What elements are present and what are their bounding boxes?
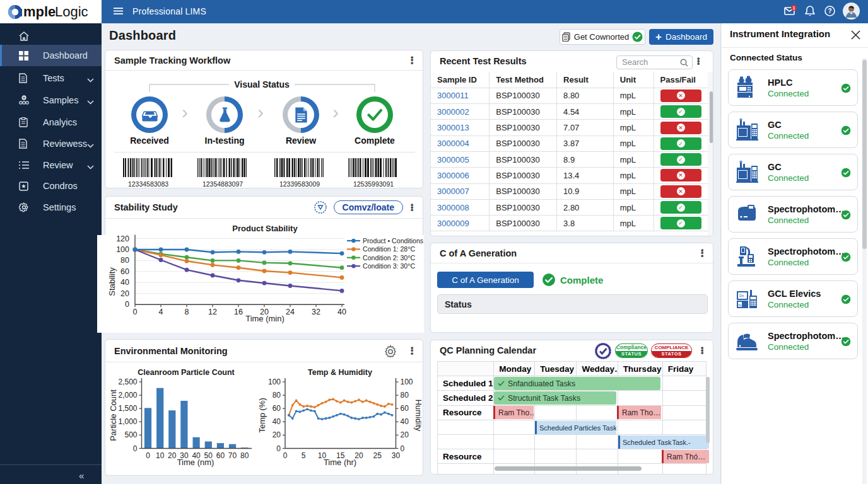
svg-text:0: 0 bbox=[276, 444, 281, 453]
svg-text:?: ? bbox=[828, 8, 831, 14]
svg-text:0: 0 bbox=[146, 451, 150, 460]
svg-text:0: 0 bbox=[401, 444, 405, 453]
svg-text:mple: mple bbox=[23, 4, 56, 20]
svg-text:0: 0 bbox=[283, 451, 288, 460]
svg-text:4: 4 bbox=[159, 308, 163, 316]
svg-text:70: 70 bbox=[228, 451, 237, 460]
svg-text:Stability: Stability bbox=[107, 267, 117, 296]
svg-text:20: 20 bbox=[120, 289, 129, 298]
svg-text:40: 40 bbox=[337, 308, 346, 316]
svg-text:Temp (%): Temp (%) bbox=[257, 398, 267, 433]
svg-text:Product Stability: Product Stability bbox=[232, 224, 298, 233]
svg-text:Condition 1: 28°C: Condition 1: 28°C bbox=[363, 245, 416, 253]
svg-text:Temp & Humidity: Temp & Humidity bbox=[308, 368, 372, 377]
svg-text:60: 60 bbox=[401, 404, 409, 413]
svg-text:Logic: Logic bbox=[55, 4, 88, 20]
svg-text:20: 20 bbox=[401, 430, 409, 439]
svg-text:20: 20 bbox=[273, 430, 281, 439]
svg-text:80: 80 bbox=[120, 256, 129, 265]
svg-text:120: 120 bbox=[116, 234, 129, 243]
svg-text:Condition 3: 30°C: Condition 3: 30°C bbox=[363, 262, 416, 270]
svg-text:Cleanroom Particle Count: Cleanroom Particle Count bbox=[138, 368, 235, 377]
svg-text:80: 80 bbox=[401, 391, 409, 400]
svg-text:Particle Count: Particle Count bbox=[108, 389, 118, 441]
svg-text:2,500: 2,500 bbox=[118, 377, 137, 386]
svg-text:60: 60 bbox=[216, 451, 225, 460]
svg-text:12: 12 bbox=[208, 308, 217, 316]
svg-text:30: 30 bbox=[392, 451, 401, 460]
svg-text:5: 5 bbox=[302, 451, 306, 460]
svg-text:8: 8 bbox=[185, 308, 189, 316]
svg-text:40: 40 bbox=[120, 278, 129, 287]
svg-text:100: 100 bbox=[401, 377, 413, 386]
svg-text:1,500: 1,500 bbox=[118, 404, 137, 413]
svg-text:Visual Status: Visual Status bbox=[234, 79, 290, 89]
svg-text:0: 0 bbox=[133, 444, 138, 453]
svg-text:16: 16 bbox=[234, 308, 243, 316]
svg-text:500: 500 bbox=[124, 430, 137, 439]
svg-text:Dx: Dx bbox=[739, 294, 744, 297]
svg-text:80: 80 bbox=[240, 451, 249, 460]
svg-text:60: 60 bbox=[120, 267, 129, 276]
svg-text:24: 24 bbox=[286, 308, 295, 316]
svg-text:60: 60 bbox=[273, 404, 281, 413]
svg-text:40: 40 bbox=[273, 417, 281, 426]
svg-text:Time (min): Time (min) bbox=[245, 314, 284, 323]
svg-text:1: 1 bbox=[793, 6, 795, 10]
svg-text:Time (nm): Time (nm) bbox=[177, 458, 214, 467]
svg-text:Product • Conditions: Product • Conditions bbox=[363, 237, 423, 245]
svg-text:80: 80 bbox=[273, 391, 281, 400]
svg-text:1,000: 1,000 bbox=[118, 417, 137, 426]
svg-text:0: 0 bbox=[133, 308, 138, 316]
svg-text:32: 32 bbox=[312, 308, 320, 316]
svg-text:100: 100 bbox=[116, 245, 129, 254]
svg-text:40: 40 bbox=[401, 417, 409, 426]
svg-text:Humidity: Humidity bbox=[414, 400, 423, 432]
svg-text:25: 25 bbox=[373, 451, 382, 460]
svg-text:Time (hr): Time (hr) bbox=[324, 458, 356, 467]
svg-text:2,000: 2,000 bbox=[118, 391, 137, 400]
svg-text:0: 0 bbox=[125, 300, 129, 309]
svg-text:Condition 2: 30°C: Condition 2: 30°C bbox=[363, 254, 416, 262]
svg-text:fs: fs bbox=[739, 303, 742, 307]
svg-text:20: 20 bbox=[168, 451, 177, 460]
svg-text:100: 100 bbox=[268, 377, 281, 386]
svg-text:10: 10 bbox=[156, 451, 165, 460]
